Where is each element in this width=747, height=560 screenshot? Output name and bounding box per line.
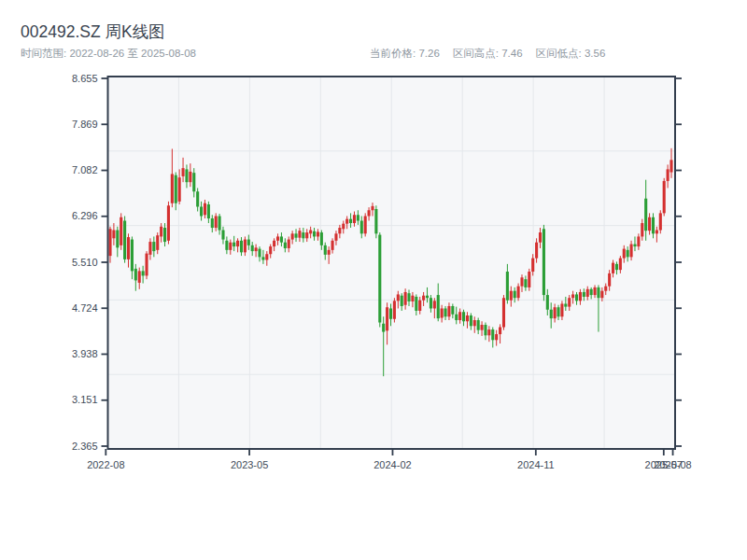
y-tick-label: 7.082 <box>72 164 98 175</box>
range-low-stat: 区间低点: 3.56 <box>536 47 606 61</box>
x-tick-label: 2025-08 <box>654 459 691 470</box>
y-tick-label: 8.655 <box>72 73 98 84</box>
x-tick-label: 2024-02 <box>374 459 411 470</box>
page-title: 002492.SZ 周K线图 <box>21 21 165 43</box>
y-tick-label: 3.151 <box>72 394 98 405</box>
y-tick-label: 7.869 <box>72 119 98 130</box>
y-tick-label: 4.724 <box>72 302 98 314</box>
y-tick-label: 6.296 <box>72 210 98 221</box>
y-tick-label: 3.938 <box>72 348 98 359</box>
range-high-stat: 区间高点: 7.46 <box>453 47 523 61</box>
y-tick-label: 5.510 <box>72 257 98 268</box>
price-stats: 当前价格: 7.26 区间高点: 7.46 区间低点: 3.56 <box>370 47 605 61</box>
y-tick-label: 2.365 <box>72 441 98 452</box>
kline-chart: 8.6557.8697.0826.2965.5104.7243.9383.151… <box>0 0 747 560</box>
time-range-label: 时间范围: 2022-08-26 至 2025-08-08 <box>21 47 196 61</box>
current-price-stat: 当前价格: 7.26 <box>370 47 440 61</box>
x-tick-label: 2022-08 <box>87 459 124 470</box>
x-tick-label: 2023-05 <box>231 459 268 470</box>
x-tick-label: 2024-11 <box>517 459 555 470</box>
